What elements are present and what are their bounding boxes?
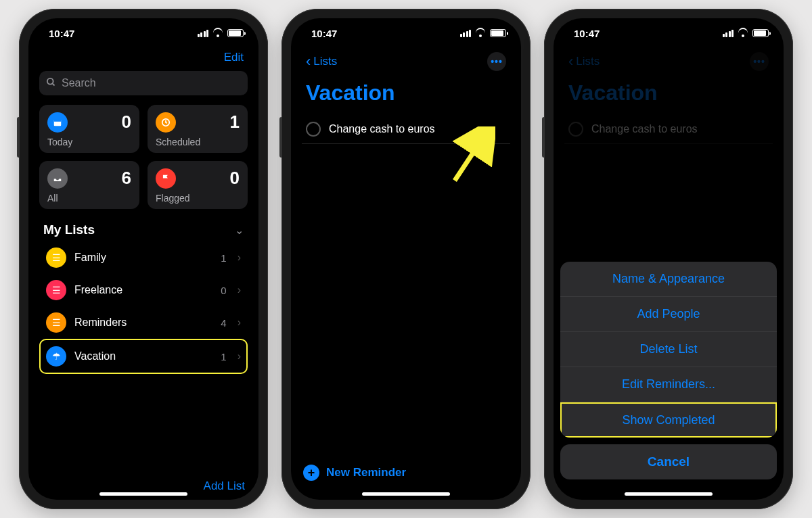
svg-rect-3 [54,119,62,121]
reminder-text: Change cash to euros [591,123,698,135]
list-item-family[interactable]: ☰ Family 1 › [39,241,248,274]
wifi-icon [738,29,748,37]
add-list-button[interactable]: Add List [204,479,245,493]
wifi-icon [212,29,223,37]
new-reminder-label: New Reminder [326,466,406,479]
reminders-home: Edit Search 0 Today [28,48,258,470]
list-count: 0 [221,285,226,296]
battery-icon [227,29,244,37]
card-today-label: Today [47,137,131,147]
plus-circle-icon: + [303,465,319,481]
chevron-left-icon: ‹ [306,53,311,70]
wifi-icon [475,29,486,37]
phone-frame-2: 10:47 ‹ Lists ••• Vacation Change cash [281,9,531,509]
search-placeholder: Search [62,77,96,89]
cellular-icon [723,30,734,37]
card-flagged[interactable]: 0 Flagged [148,161,248,209]
sheet-cancel-button[interactable]: Cancel [560,444,777,479]
card-all-count: 6 [122,168,131,189]
back-label: Lists [313,55,337,68]
clock-icon [156,112,176,133]
card-flagged-label: Flagged [156,193,240,204]
search-icon [46,77,56,90]
card-all-label: All [47,193,131,204]
sheet-add-people-button[interactable]: Add People [560,297,777,332]
chevron-down-icon: ⌄ [235,224,244,237]
status-time: 10:47 [574,28,600,39]
status-bar: 10:47 [291,18,521,48]
list-item-vacation[interactable]: ☂ Vacation 1 › [39,339,248,374]
phone-frame-3: 10:47 ‹ Lists ••• Vacation Change cash [544,9,793,509]
status-right [723,29,769,37]
list-name: Vacation [74,350,212,362]
battery-icon [752,29,769,37]
sheet-show-completed-button[interactable]: Show Completed [560,402,777,438]
chevron-left-icon: ‹ [568,53,573,70]
status-bar: 10:47 [554,18,784,48]
flag-icon [156,168,176,189]
more-button: ••• [750,52,769,71]
action-sheet-group: Name & Appearance Add People Delete List… [560,262,777,438]
cellular-icon [460,30,472,37]
sheet-edit-reminders-button[interactable]: Edit Reminders... [560,367,777,402]
home-indicator[interactable] [625,492,713,496]
reminder-item: Change cash to euros [564,115,773,144]
action-sheet: Name & Appearance Add People Delete List… [560,262,777,479]
edit-button[interactable]: Edit [224,51,244,64]
card-today[interactable]: 0 Today [39,105,139,153]
inbox-icon [47,168,68,189]
smart-cards: 0 Today 1 Scheduled [39,105,248,209]
card-today-count: 0 [122,112,131,133]
list-name: Family [74,252,212,264]
screen-2: 10:47 ‹ Lists ••• Vacation Change cash [291,18,521,500]
chevron-right-icon: › [238,316,241,329]
page-title: Vacation [302,74,510,115]
svg-point-0 [47,78,53,84]
card-scheduled-label: Scheduled [156,137,240,147]
new-reminder-button[interactable]: + New Reminder [303,465,406,481]
card-flagged-count: 0 [230,168,240,189]
card-scheduled[interactable]: 1 Scheduled [148,105,248,153]
list-count: 4 [221,317,226,329]
my-lists: ☰ Family 1 › ☰ Freelance 0 › ☰ Reminders… [39,241,248,374]
section-header[interactable]: My Lists ⌄ [43,222,244,237]
list-item-reminders[interactable]: ☰ Reminders 4 › [39,306,248,339]
list-bullet-icon: ☰ [46,312,66,333]
status-right [460,29,507,37]
status-right [198,29,244,37]
list-bullet-icon: ☰ [46,280,66,300]
back-button: ‹ Lists [568,53,600,70]
card-all[interactable]: 6 All [39,161,139,209]
umbrella-icon: ☂ [46,346,66,367]
ellipsis-icon: ••• [491,56,503,67]
list-count: 1 [221,351,226,362]
svg-line-1 [52,83,54,85]
battery-icon [490,29,506,37]
status-time: 10:47 [311,28,337,39]
search-input[interactable]: Search [39,71,248,95]
chevron-right-icon: › [238,284,241,296]
screen-3: 10:47 ‹ Lists ••• Vacation Change cash [554,18,784,500]
ellipsis-icon: ••• [753,56,765,67]
chevron-right-icon: › [238,350,241,362]
home-indicator[interactable] [362,492,450,496]
chevron-right-icon: › [238,252,241,264]
list-name: Freelance [74,284,212,296]
back-label: Lists [576,55,600,68]
sheet-name-appearance-button[interactable]: Name & Appearance [560,262,777,297]
card-scheduled-count: 1 [230,112,240,133]
list-bullet-icon: ☰ [46,248,66,268]
list-item-freelance[interactable]: ☰ Freelance 0 › [39,274,248,306]
screen-1: 10:47 Edit Search [28,18,258,500]
home-indicator[interactable] [99,492,187,496]
list-detail: ‹ Lists ••• Vacation Change cash to euro… [291,48,521,500]
back-button[interactable]: ‹ Lists [306,53,337,70]
cellular-icon [198,30,209,37]
more-button[interactable]: ••• [487,52,506,71]
sheet-delete-list-button[interactable]: Delete List [560,332,777,367]
status-time: 10:47 [49,28,74,39]
phone-frame-1: 10:47 Edit Search [19,9,268,509]
reminder-item[interactable]: Change cash to euros [302,115,510,144]
radio-unchecked-icon[interactable] [306,122,321,137]
radio-unchecked-icon [568,122,583,137]
